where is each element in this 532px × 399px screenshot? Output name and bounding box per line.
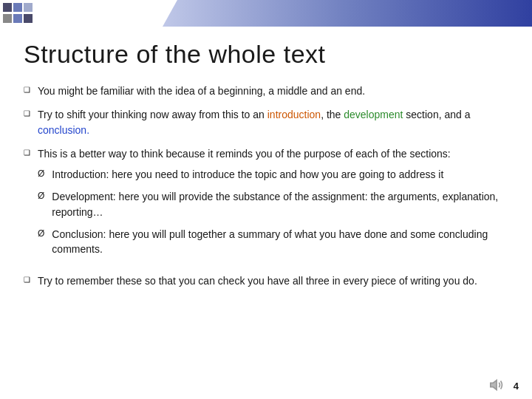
bullet-icon-4: ❑ (24, 275, 30, 286)
bullet-icon-3: ❑ (24, 148, 30, 159)
sub-bullet-list: Ø Introduction: here you need to introdu… (38, 167, 508, 256)
page-number: 4 (514, 381, 519, 392)
deco-sq-5 (13, 14, 22, 23)
bullet-text-2: Try to shift your thinking now away from… (38, 107, 508, 137)
deco-sq-2 (13, 3, 22, 12)
deco-sq-6 (24, 14, 33, 23)
sub-icon-3: Ø (38, 228, 44, 240)
bullet-icon-1: ❑ (24, 85, 30, 96)
sub-text-2: Development: here you will provide the s… (52, 189, 508, 219)
speaker-icon[interactable] (489, 377, 505, 393)
link-introduction[interactable]: introduction (267, 109, 321, 120)
deco-sq-1 (3, 3, 12, 12)
deco-sq-4 (3, 14, 12, 23)
slide-title: Structure of the whole text (24, 40, 508, 69)
sub-item-2: Ø Development: here you will provide the… (38, 189, 508, 219)
slide-content: Structure of the whole text ❑ You might … (0, 27, 532, 399)
sub-item-1: Ø Introduction: here you need to introdu… (38, 167, 508, 182)
main-bullet-list: ❑ You might be familiar with the idea of… (24, 83, 508, 288)
bullet-item-4: ❑ Try to remember these so that you can … (24, 273, 508, 288)
bullet-text-4: Try to remember these so that you can ch… (38, 273, 508, 288)
sub-text-3: Conclusion: here you will pull together … (52, 227, 508, 257)
bullet-item-3: ❑ This is a better way to think because … (24, 146, 508, 265)
bullet-item-1: ❑ You might be familiar with the idea of… (24, 83, 508, 98)
svg-marker-0 (491, 381, 497, 390)
bullet-item-2: ❑ Try to shift your thinking now away fr… (24, 107, 508, 137)
bullet-icon-2: ❑ (24, 109, 30, 120)
bullet-text-3: This is a better way to think because it… (38, 146, 508, 265)
top-gradient-bar (163, 0, 532, 27)
bullet-text-1: You might be familiar with the idea of a… (38, 83, 508, 98)
bullet-text-3-main: This is a better way to think because it… (38, 148, 451, 160)
sub-icon-1: Ø (38, 168, 44, 180)
corner-decoration (0, 0, 44, 27)
link-conclusion[interactable]: conclusion. (38, 124, 89, 136)
sub-text-1: Introduction: here you need to introduce… (52, 167, 508, 182)
sub-icon-2: Ø (38, 190, 44, 202)
sub-item-3: Ø Conclusion: here you will pull togethe… (38, 227, 508, 257)
deco-sq-3 (24, 3, 33, 12)
link-development[interactable]: development (344, 109, 403, 120)
